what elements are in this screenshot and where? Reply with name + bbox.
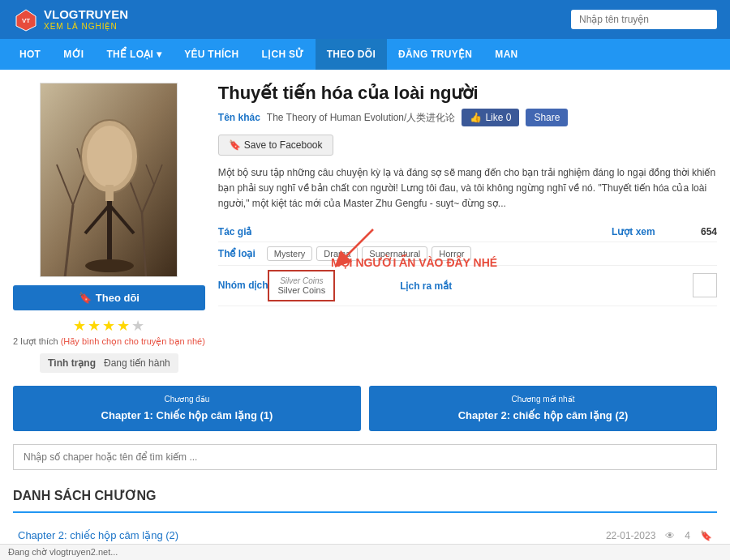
- nav-man[interactable]: MAN: [483, 39, 529, 70]
- nav-favorite[interactable]: YÊU THÍCH: [173, 39, 250, 70]
- chapter-views: 4: [685, 530, 690, 541]
- genre-label: Thể loại: [218, 248, 267, 259]
- likes-text: 2 lượt thích (Hãy bình chọn cho truyện b…: [13, 336, 205, 347]
- badge-title-text: Silver Coins: [277, 276, 325, 285]
- cover-image: [41, 83, 177, 276]
- logo-area[interactable]: VT VLOGTRUYEN XEM LÀ NGHIỆN: [13, 6, 128, 32]
- share-button[interactable]: Share: [526, 109, 568, 126]
- alt-title-value: The Theory of Human Evolution/人类进化论: [267, 111, 456, 125]
- first-chapter-label: Chương đầu: [24, 394, 350, 405]
- save-fb-label: Save to Facebook: [244, 139, 323, 151]
- latest-chapter-btn[interactable]: Chương mới nhất Chapter 2: chiếc hộp câm…: [369, 386, 717, 431]
- translator-area: Silver Coins Silver Coins: [268, 270, 335, 301]
- manga-header: 🔖 Theo dõi ★ ★ ★ ★ ★ 2 lượt thích (Hãy b…: [13, 83, 717, 373]
- svg-point-18: [87, 126, 132, 187]
- search-input[interactable]: [571, 10, 717, 29]
- nav-moi[interactable]: MỚI: [52, 39, 95, 70]
- alt-title-row: Tên khác The Theory of Human Evolution/人…: [218, 109, 717, 126]
- follow-button[interactable]: 🔖 Theo dõi: [13, 285, 205, 310]
- author-label: Tác giả: [218, 226, 267, 237]
- nav-history[interactable]: LỊCH SỬ: [251, 39, 316, 70]
- nav-upload[interactable]: ĐĂNG TRUYỆN: [387, 39, 483, 70]
- follow-label: Theo dõi: [96, 292, 140, 304]
- nav-bar: HOT MỚI THỂ LOẠI ▾ YÊU THÍCH LỊCH SỬ THE…: [0, 39, 730, 70]
- author-views-row: Tác giả Lượt xem 654: [218, 222, 717, 242]
- main-content: 🔖 Theo dõi ★ ★ ★ ★ ★ 2 lượt thích (Hãy b…: [0, 70, 730, 560]
- likes-hint[interactable]: (Hãy bình chọn cho truyện bạn nhé): [61, 336, 205, 346]
- badge-name: Silver Coins: [277, 285, 325, 295]
- top-header: VT VLOGTRUYEN XEM LÀ NGHIỆN: [0, 0, 730, 39]
- nav-genre[interactable]: THỂ LOẠI ▾: [95, 39, 173, 70]
- chapter-list-title: DANH SÁCH CHƯƠNG: [13, 480, 717, 513]
- alt-title-label: Tên khác: [218, 112, 260, 123]
- status-label: Tình trạng: [48, 357, 96, 369]
- latest-chapter-title: Chapter 2: chiếc hộp câm lặng (2): [380, 408, 706, 423]
- star-2[interactable]: ★: [88, 317, 101, 335]
- nav-follow[interactable]: THEO DÕI: [316, 39, 387, 70]
- likes-count: 2 lượt thích: [13, 336, 58, 346]
- social-buttons: 👍 Like 0 Share: [462, 109, 568, 126]
- release-value-box: [693, 273, 717, 297]
- cover-svg: [41, 83, 178, 277]
- manga-title: Thuyết tiến hóa của loài người: [218, 83, 717, 104]
- manga-cover: [40, 83, 178, 277]
- views-count: 654: [701, 226, 717, 237]
- bookmark-icon: 🔖: [79, 292, 92, 304]
- star-5[interactable]: ★: [131, 317, 144, 335]
- svg-rect-19: [105, 185, 114, 201]
- translator-release-row: Nhóm dịch Silver Coins Silver Coins: [218, 266, 717, 306]
- stars-row: ★ ★ ★ ★ ★: [73, 317, 144, 335]
- genre-mystery[interactable]: Mystery: [267, 246, 313, 261]
- site-name: VLOGTRUYEN: [44, 8, 128, 22]
- like-button[interactable]: 👍 Like 0: [462, 109, 519, 126]
- site-tagline: XEM LÀ NGHIỆN: [44, 22, 128, 31]
- chapter-buttons: Chương đầu Chapter 1: Chiếc hộp câm lặng…: [13, 386, 717, 431]
- translator-label: Nhóm dịch: [218, 280, 268, 291]
- chapter-meta: 22-01-2023 👁 4 🔖: [606, 530, 712, 541]
- star-3[interactable]: ★: [102, 317, 115, 335]
- annotation-text: MỌI NGƯỜI ẤN VÀO ĐÂY NHÉ: [331, 256, 497, 269]
- thumb-icon: 👍: [470, 112, 482, 123]
- bookmark-fb-icon: 🔖: [229, 139, 241, 151]
- manga-cover-section: 🔖 Theo dõi ★ ★ ★ ★ ★ 2 lượt thích (Hãy b…: [13, 83, 205, 373]
- logo-icon: VT: [13, 6, 39, 32]
- status-row: Tình trạng Đang tiến hành: [40, 353, 178, 373]
- chapter-name: Chapter 2: chiếc hộp câm lặng (2): [18, 529, 178, 541]
- statusbar: Đang chờ vlogtruyen2.net...: [0, 544, 730, 560]
- release-label: Lịch ra mắt: [400, 280, 452, 292]
- manga-info: Thuyết tiến hóa của loài người Tên khác …: [218, 83, 717, 373]
- svg-point-20: [85, 259, 134, 272]
- chapter-search-input[interactable]: [13, 444, 717, 470]
- save-fb-button[interactable]: 🔖 Save to Facebook: [218, 135, 333, 156]
- status-value: Đang tiến hành: [104, 357, 170, 369]
- first-chapter-btn[interactable]: Chương đầu Chapter 1: Chiếc hộp câm lặng…: [13, 386, 361, 431]
- bookmark-chapter-icon[interactable]: 🔖: [700, 530, 712, 541]
- latest-chapter-label: Chương mới nhất: [380, 394, 706, 405]
- translator-badge[interactable]: Silver Coins Silver Coins: [268, 270, 335, 301]
- first-chapter-title: Chapter 1: Chiếc hộp câm lặng (1): [24, 408, 350, 423]
- manga-description: Một bộ sưu tập những câu chuyện kỳ lạ và…: [218, 165, 717, 212]
- like-label: Like 0: [485, 112, 511, 123]
- release-spacer: Lịch ra mắt: [400, 280, 452, 292]
- svg-text:VT: VT: [22, 17, 30, 24]
- star-1[interactable]: ★: [73, 317, 86, 335]
- eye-icon: 👁: [665, 530, 675, 541]
- status-bar-text: Đang chờ vlogtruyen2.net...: [8, 547, 118, 557]
- chapter-date: 22-01-2023: [606, 530, 655, 541]
- star-4[interactable]: ★: [117, 317, 130, 335]
- nav-hot[interactable]: HOT: [8, 39, 52, 70]
- views-label: Lượt xem: [612, 226, 660, 237]
